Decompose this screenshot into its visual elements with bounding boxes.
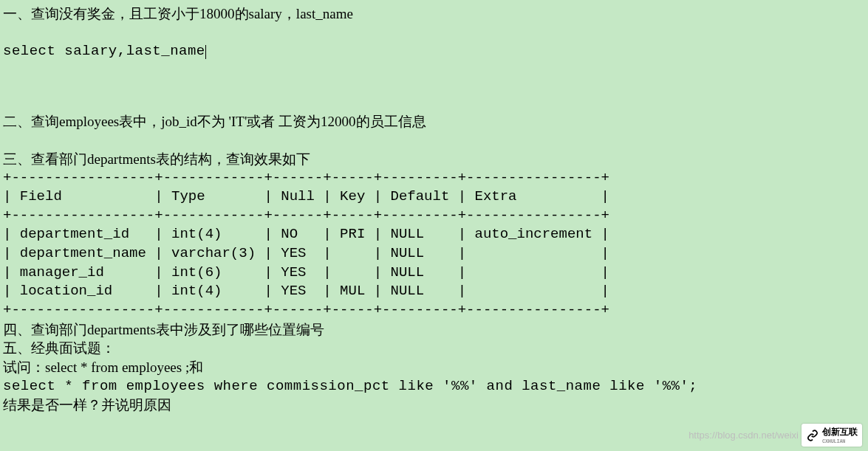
table-header-row: | Field | Type | Null | Key | Default | …: [3, 187, 865, 207]
question-4-title: 四、查询部门departments表中涉及到了哪些位置编号: [3, 320, 865, 340]
question-1-title: 一、查询没有奖金，且工资小于18000的salary，last_name: [3, 4, 865, 24]
table-row: | department_id | int(4) | NO | PRI | NU…: [3, 225, 865, 244]
question-2-title: 二、查询employees表中，job_id不为 'IT'或者 工资为12000…: [3, 112, 865, 131]
table-divider-top: +-----------------+------------+------+-…: [3, 169, 865, 188]
document-body: 一、查询没有奖金，且工资小于18000的salary，last_name sel…: [0, 0, 868, 419]
question-5-title: 五、经典面试题：: [3, 339, 865, 358]
link-icon: [806, 429, 819, 442]
question-5-line1: 试问：select * from employees ;和: [3, 358, 865, 377]
table-row: | manager_id | int(6) | YES | | NULL | |: [3, 264, 865, 283]
watermark: https://blog.csdn.net/weixi 创新互联 CXHULIA…: [688, 424, 862, 447]
table-divider-mid: +-----------------+------------+------+-…: [3, 207, 865, 226]
watermark-badge-text: 创新互联: [822, 427, 858, 437]
watermark-badge-sub: CXHULIAN: [822, 438, 858, 444]
question-5-line3: 结果是否一样？并说明原因: [3, 396, 865, 415]
watermark-badge: 创新互联 CXHULIAN: [802, 424, 862, 447]
watermark-url: https://blog.csdn.net/weixi: [688, 430, 799, 441]
question-1-sql: select salary,last_name: [3, 42, 865, 61]
text-cursor: [205, 45, 206, 59]
table-row: | department_name | varchar(3) | YES | |…: [3, 244, 865, 264]
question-5-line2: select * from employees where commission…: [3, 377, 865, 396]
table-row: | location_id | int(4) | YES | MUL | NUL…: [3, 282, 865, 301]
question-3-title: 三、查看部门departments表的结构，查询效果如下: [3, 150, 865, 169]
table-divider-bottom: +-----------------+------------+------+-…: [3, 301, 865, 320]
